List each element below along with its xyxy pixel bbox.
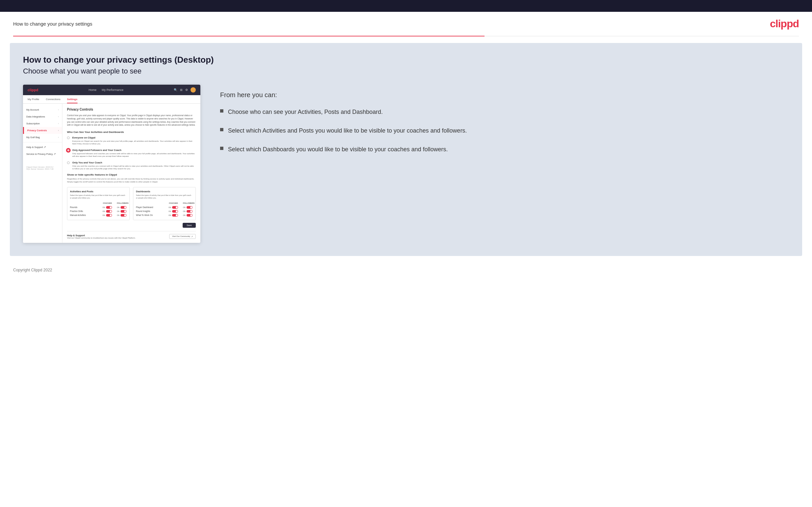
toggle-round-insights-coaches[interactable] [172,210,178,213]
bullet-text-3: Select which Dashboards you would like t… [228,146,448,154]
chevron-icon: › [58,129,59,131]
panel-title: Privacy Controls [67,108,196,111]
toggle-player-dash-followers[interactable] [187,206,193,209]
activities-box-desc: Select the types of activity that you'd … [70,194,127,199]
toggle-rounds-followers[interactable] [120,206,126,209]
toggle-what-to-work-followers[interactable] [187,214,193,217]
bullet-item-2: Select which Activities and Posts you wo… [220,127,786,135]
chevron-icon: › [58,115,59,118]
bullet-list: Choose who can see your Activities, Post… [220,108,786,154]
radio-approved-followers[interactable]: Only Approved Followers and Your Coach O… [67,149,196,158]
mockup-tabs: My Profile Connections Settings [23,95,200,104]
mockup-logo: clippd [28,88,38,92]
header: How to change your privacy settings clip… [0,12,812,36]
mockup-nav-home: Home [89,88,97,92]
toggle-row-what-to-work-on: What To Work On ON ON [136,213,193,217]
radio-circle-only-you [67,161,70,164]
logo: clippd [770,18,799,30]
activities-box: Activities and Posts Select the types of… [67,187,130,220]
two-column-layout: clippd Home My Performance 🔍 ⊞ ⚙ My Prof… [23,84,789,243]
grid-icon: ⊞ [180,88,183,92]
bullet-item-1: Choose who can see your Activities, Post… [220,108,786,116]
right-panel: From here you can: Choose who can see yo… [213,84,789,164]
mockup-main-panel: Privacy Controls Control how you and you… [62,104,200,243]
mockup-nav-links: Home My Performance [89,88,123,92]
main-subtitle: Choose what you want people to see [23,67,789,75]
panel-description: Control how you and your data appears to… [67,114,196,127]
radio-only-you[interactable]: Only You and Your Coach Only you and the… [67,161,196,170]
mockup-navbar: clippd Home My Performance 🔍 ⊞ ⚙ [23,84,200,95]
who-can-see-title: Who Can See Your Activities and Dashboar… [67,130,196,133]
toggle-manual-coaches[interactable] [106,214,112,217]
save-button[interactable]: Save [183,223,196,228]
search-icon: 🔍 [174,88,177,92]
sidebar-footer: Clippd Client Version: 2022.8.2 SQL Serv… [23,164,62,172]
toggle-row-round-insights: Round Insights ON ON [136,209,193,213]
footer: Copyright Clippd 2022 [0,263,812,278]
radio-circle-approved [67,149,70,152]
mockup-sidebar: My Account › Data Integrations › Subscri… [23,104,62,243]
toggle-practice-coaches[interactable] [106,210,112,213]
save-button-container: Save [67,223,196,228]
mockup-nav-performance: My Performance [102,88,123,92]
toggle-row-manual: Manual Activities ON ON [70,213,127,217]
toggle-row-player-dashboard: Player Dashboard ON ON [136,206,193,209]
dashboards-box: Dashboards Select the types of activity … [133,187,196,220]
dashboards-box-desc: Select the types of activity that you'd … [136,194,193,199]
main-content: How to change your privacy settings (Des… [10,43,802,256]
toggle-row-practice: Practice Drills ON ON [70,209,127,213]
main-title: How to change your privacy settings (Des… [23,55,789,65]
bullet-square-2 [220,128,223,131]
copyright-text: Copyright Clippd 2022 [13,268,52,272]
radio-everyone[interactable]: Everyone on Clippd Everyone on Clippd ca… [67,136,196,146]
bullet-item-3: Select which Dashboards you would like t… [220,146,786,154]
sidebar-divider [23,142,62,143]
top-bar [0,0,812,12]
toggle-round-insights-followers[interactable] [187,210,193,213]
sidebar-item-subscription[interactable]: Subscription › [23,120,62,127]
help-description: Visit our Clippd community to troublesho… [67,237,136,239]
chevron-icon: › [58,136,59,138]
bullet-text-2: Select which Activities and Posts you wo… [228,127,467,135]
chevron-icon: › [58,122,59,125]
tab-settings[interactable]: Settings [67,98,78,103]
activities-col-headers: COACHES FOLLOWERS [70,202,127,204]
page-title: How to change your privacy settings [13,21,92,26]
sidebar-item-data-integrations[interactable]: Data Integrations › [23,113,62,120]
bullet-square-1 [220,109,223,113]
show-hide-title: Show or hide specific features in Clippd [67,173,196,176]
sidebar-item-account[interactable]: My Account › [23,106,62,113]
mockup-body: My Account › Data Integrations › Subscri… [23,104,200,243]
dashboards-col-headers: COACHES FOLLOWERS [136,202,193,204]
settings-icon: ⚙ [185,88,188,92]
sidebar-item-privacy-controls[interactable]: Privacy Controls › [23,127,62,134]
tab-connections[interactable]: Connections [46,98,60,103]
activities-box-title: Activities and Posts [70,190,127,193]
toggle-row-rounds: Rounds ON ON [70,206,127,209]
toggle-player-dash-coaches[interactable] [172,206,178,209]
bullet-text-1: Choose who can see your Activities, Post… [228,108,383,116]
external-link-icon: ↗ [191,235,193,238]
from-here-label: From here you can: [220,91,786,99]
toggle-manual-followers[interactable] [120,214,126,217]
dashboards-box-title: Dashboards [136,190,193,193]
sidebar-item-privacy-policy[interactable]: Service & Privacy Policy ↗ [23,151,62,158]
toggle-boxes-row: Activities and Posts Select the types of… [67,187,196,220]
chevron-icon: › [58,109,59,111]
toggle-rounds-coaches[interactable] [106,206,112,209]
visit-community-button[interactable]: Visit Our Community ↗ [169,234,196,239]
mockup-nav-icons: 🔍 ⊞ ⚙ [174,87,196,93]
sidebar-item-help[interactable]: Help & Support ↗ [23,144,62,151]
radio-circle-everyone [67,136,70,139]
help-section: Help & Support Visit our Clippd communit… [67,231,196,239]
bullet-square-3 [220,147,223,150]
header-divider [13,36,799,37]
sidebar-item-golf-bag[interactable]: My Golf Bag › [23,134,62,141]
help-title: Help & Support [67,234,136,237]
avatar [191,87,196,93]
screenshot-mockup: clippd Home My Performance 🔍 ⊞ ⚙ My Prof… [23,84,200,243]
show-hide-desc: Regardless of the privacy controls that … [67,177,196,183]
toggle-what-to-work-coaches[interactable] [172,214,178,217]
tab-my-profile[interactable]: My Profile [28,98,39,103]
toggle-practice-followers[interactable] [120,210,126,213]
